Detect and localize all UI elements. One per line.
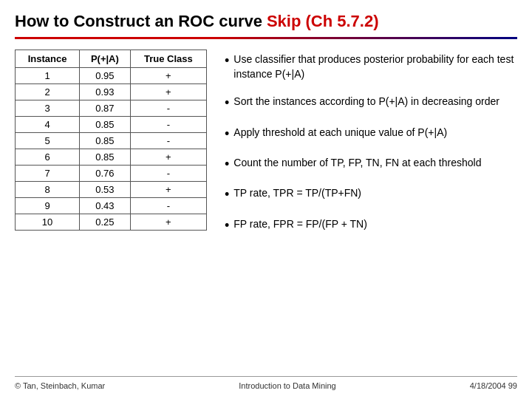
cell-class-1: + — [130, 68, 206, 84]
footer-left: © Tan, Steinbach, Kumar — [15, 381, 105, 390]
bullet-dot: • — [225, 186, 229, 203]
table-row: 100.25+ — [16, 214, 207, 231]
table-row: 20.93+ — [16, 84, 207, 100]
cell-prob-7: 0.76 — [80, 166, 131, 182]
data-table: Instance P(+|A) True Class 10.95+20.93+3… — [15, 50, 207, 231]
cell-instance-10: 10 — [16, 214, 80, 231]
bullet-item-3: •Apply threshold at each unique value of… — [225, 126, 517, 143]
cell-instance-6: 6 — [16, 149, 80, 166]
cell-class-6: + — [130, 149, 206, 166]
cell-instance-3: 3 — [16, 100, 80, 117]
cell-class-5: - — [130, 133, 206, 149]
bullet-text-2: Sort the instances according to P(+|A) i… — [233, 95, 499, 109]
cell-class-7: - — [130, 166, 206, 182]
cell-prob-1: 0.95 — [80, 68, 131, 84]
table-section: Instance P(+|A) True Class 10.95+20.93+3… — [15, 50, 207, 376]
title-bar: How to Construct an ROC curve Skip (Ch 5… — [15, 12, 517, 31]
bullet-text-4: Count the number of TP, FP, TN, FN at ea… — [233, 156, 481, 171]
cell-instance-9: 9 — [16, 198, 80, 214]
cell-prob-6: 0.85 — [80, 149, 131, 166]
cell-prob-10: 0.25 — [80, 214, 131, 231]
cell-prob-3: 0.87 — [80, 100, 131, 117]
bullet-item-6: •FP rate, FPR = FP/(FP + TN) — [225, 217, 517, 234]
cell-class-4: - — [130, 117, 206, 133]
bullet-dot: • — [225, 156, 229, 173]
cell-class-10: + — [130, 214, 206, 231]
footer: © Tan, Steinbach, Kumar Introduction to … — [15, 376, 517, 390]
cell-instance-7: 7 — [16, 166, 80, 182]
title-divider — [15, 37, 517, 39]
footer-center: Introduction to Data Mining — [239, 381, 335, 390]
cell-instance-4: 4 — [16, 117, 80, 133]
bullet-dot: • — [225, 126, 229, 143]
cell-prob-4: 0.85 — [80, 117, 131, 133]
table-header-row: Instance P(+|A) True Class — [16, 50, 207, 68]
title-main: How to Construct an ROC curve — [15, 12, 262, 31]
bullet-item-5: •TP rate, TPR = TP/(TP+FN) — [225, 186, 517, 203]
bullet-dot: • — [225, 95, 229, 112]
cell-instance-1: 1 — [16, 68, 80, 84]
cell-prob-5: 0.85 — [80, 133, 131, 149]
bullet-item-4: •Count the number of TP, FP, TN, FN at e… — [225, 156, 517, 173]
slide: How to Construct an ROC curve Skip (Ch 5… — [0, 0, 532, 399]
table-row: 40.85- — [16, 117, 207, 133]
col-header-instance: Instance — [16, 50, 80, 68]
table-row: 50.85- — [16, 133, 207, 149]
table-row: 60.85+ — [16, 149, 207, 166]
table-row: 90.43- — [16, 198, 207, 214]
bullet-text-5: TP rate, TPR = TP/(TP+FN) — [233, 186, 361, 201]
bullet-text-1: Use classifier that produces posterior p… — [233, 52, 517, 81]
cell-class-9: - — [130, 198, 206, 214]
table-row: 80.53+ — [16, 182, 207, 198]
cell-instance-5: 5 — [16, 133, 80, 149]
cell-prob-9: 0.43 — [80, 198, 131, 214]
bullet-text-3: Apply threshold at each unique value of … — [233, 126, 447, 140]
table-row: 10.95+ — [16, 68, 207, 84]
cell-prob-8: 0.53 — [80, 182, 131, 198]
cell-instance-8: 8 — [16, 182, 80, 198]
cell-prob-2: 0.93 — [80, 84, 131, 100]
table-row: 70.76- — [16, 166, 207, 182]
col-header-class: True Class — [130, 50, 206, 68]
cell-class-8: + — [130, 182, 206, 198]
col-header-prob: P(+|A) — [80, 50, 131, 68]
table-row: 30.87- — [16, 100, 207, 117]
title-skip: Skip (Ch 5.7.2) — [267, 12, 379, 31]
bullet-dot: • — [225, 52, 229, 69]
bullet-text-6: FP rate, FPR = FP/(FP + TN) — [233, 217, 367, 232]
footer-right: 4/18/2004 99 — [470, 381, 517, 390]
cell-class-3: - — [130, 100, 206, 117]
cell-class-2: + — [130, 84, 206, 100]
bullet-item-1: •Use classifier that produces posterior … — [225, 52, 517, 81]
bullet-dot: • — [225, 217, 229, 234]
content-area: Instance P(+|A) True Class 10.95+20.93+3… — [15, 50, 517, 376]
right-section: •Use classifier that produces posterior … — [225, 50, 517, 376]
cell-instance-2: 2 — [16, 84, 80, 100]
bullet-item-2: •Sort the instances according to P(+|A) … — [225, 95, 517, 112]
